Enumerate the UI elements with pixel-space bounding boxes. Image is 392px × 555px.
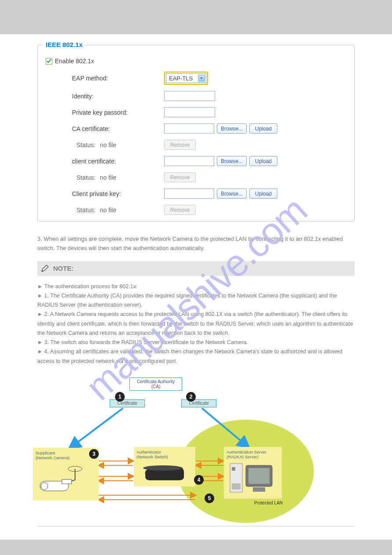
note-line-1: The authentication process for 802.1x: — [37, 282, 355, 291]
eap-method-highlight: EAP-TLS — [164, 72, 208, 85]
camera-icon — [36, 460, 88, 495]
ca-status-row: Status:no file Remove — [46, 140, 346, 150]
note-line-4: 3. The switch also forwards the RADIUS S… — [37, 338, 355, 347]
svg-rect-15 — [62, 479, 72, 484]
note-line-3: 2. A Network Camera requests access to t… — [37, 310, 355, 338]
ieee-8021x-panel: IEEE 802.1x Enable 802.1x EAP method: EA… — [37, 45, 355, 221]
ca-browse-button[interactable]: Browse... — [217, 123, 247, 134]
step-2: 2 — [186, 392, 196, 402]
eap-method-select[interactable]: EAP-TLS — [166, 73, 206, 83]
enable-row: Enable 802.1x — [46, 58, 346, 65]
client-cert-status-row: Status:no file Remove — [46, 172, 346, 182]
auth-diagram: Certificate Authority (CA) Certificate C… — [29, 377, 309, 518]
step-4: 4 — [194, 475, 204, 485]
private-key-password-row: Private key passord: — [46, 107, 346, 117]
server-icon — [227, 459, 278, 497]
cert-box-right: Certificate — [181, 399, 216, 407]
client-pk-upload-button[interactable]: Upload — [249, 189, 277, 199]
supplicant-box: Supplicant (Network Camera) — [33, 448, 99, 501]
cert-box-left: Certificate — [110, 399, 145, 407]
note-label: NOTE: — [53, 265, 74, 272]
client-cert-row: client certificate: Browse... Upload — [46, 156, 346, 166]
switch-icon — [137, 459, 189, 483]
ca-cert-label: CA certificate: — [46, 125, 164, 132]
eap-method-row: EAP method: EAP-TLS — [46, 72, 346, 85]
server-box: Authentication Server (RADIUS Server) — [224, 447, 282, 499]
note-list: The authentication process for 802.1x: 1… — [37, 282, 355, 366]
client-pk-row: Client private key: Browse... Upload — [46, 189, 346, 199]
note-line-2: 1. The Certificate Authority (CA) provid… — [37, 291, 355, 310]
step-3: 3 — [89, 449, 99, 459]
ca-cert-path-input[interactable] — [164, 123, 214, 134]
note-bar: NOTE: — [37, 261, 355, 276]
identity-input[interactable] — [164, 91, 215, 101]
ca-remove-button: Remove — [164, 140, 196, 150]
ca-upload-button[interactable]: Upload — [249, 123, 277, 134]
svg-point-16 — [143, 465, 183, 471]
identity-row: Identity: — [46, 91, 346, 101]
enable-label: Enable 802.1x — [55, 58, 94, 65]
footer-rule — [37, 526, 355, 526]
note-line-5: 4. Assuming all certificates are validat… — [37, 347, 355, 366]
header-band — [0, 0, 392, 34]
eap-method-label: EAP method: — [46, 75, 164, 82]
client-pk-label: Client private key: — [46, 190, 164, 197]
client-pk-status-label: Status:no file — [46, 207, 164, 214]
client-cert-upload-button[interactable]: Upload — [249, 156, 277, 166]
client-cert-status-label: Status:no file — [46, 174, 164, 181]
protected-lan-label: Protected LAN — [254, 501, 283, 505]
private-key-password-label: Private key passord: — [46, 109, 164, 116]
ca-cert-row: CA certificate: Browse... Upload — [46, 123, 346, 134]
step-1: 1 — [115, 392, 125, 402]
client-pk-remove-button: Remove — [164, 205, 196, 215]
identity-label: Identity: — [46, 93, 164, 100]
panel-legend: IEEE 802.1x — [42, 41, 86, 48]
client-pk-browse-button[interactable]: Browse... — [217, 189, 247, 199]
authenticator-box: Authenticator (Network Switch) — [134, 447, 195, 486]
ca-status-label: Status:no file — [46, 141, 164, 149]
svg-point-14 — [41, 482, 48, 490]
client-cert-label: client certificate: — [46, 158, 164, 165]
client-pk-status-row: Status:no file Remove — [46, 205, 346, 215]
footer-band — [0, 540, 392, 555]
body-paragraph: 3. When all settings are complete, move … — [37, 235, 355, 253]
client-cert-remove-button: Remove — [164, 172, 196, 182]
svg-rect-19 — [232, 483, 241, 490]
page-content: manualshive.com IEEE 802.1x Enable 802.1… — [0, 45, 392, 540]
client-cert-browse-button[interactable]: Browse... — [217, 156, 247, 166]
client-pk-path-input[interactable] — [164, 189, 214, 199]
step-5: 5 — [205, 493, 214, 503]
svg-line-1 — [202, 408, 248, 447]
svg-rect-18 — [232, 467, 235, 471]
svg-rect-22 — [253, 487, 265, 492]
svg-rect-21 — [248, 468, 270, 484]
chevron-down-icon — [198, 75, 205, 82]
check-icon — [47, 59, 51, 64]
ca-box: Certificate Authority (CA) — [129, 377, 182, 391]
enable-checkbox[interactable] — [46, 58, 52, 65]
private-key-password-input[interactable] — [164, 107, 215, 117]
client-cert-path-input[interactable] — [164, 156, 214, 166]
svg-line-0 — [70, 408, 123, 448]
eap-method-value: EAP-TLS — [169, 75, 193, 82]
pencil-icon — [40, 264, 50, 273]
